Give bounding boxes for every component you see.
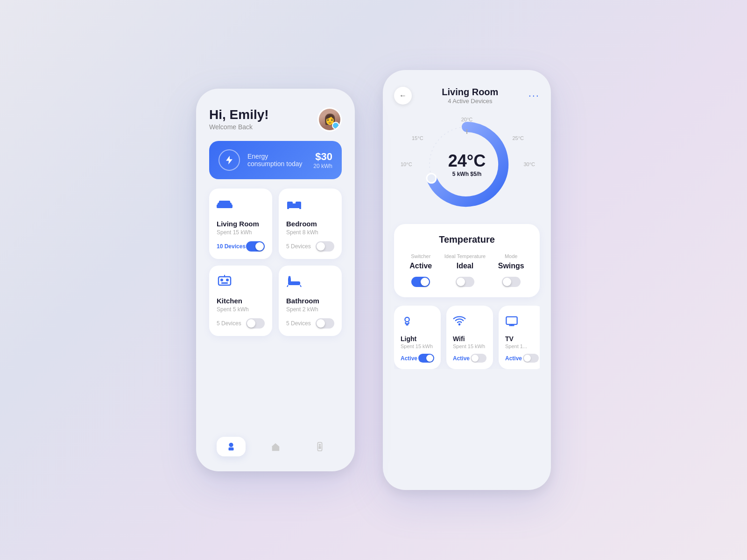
svg-rect-2 [230, 204, 233, 208]
room-grid: Living Room Spent 15 kWh 10 Devices Bedr… [209, 189, 342, 336]
svg-point-31 [459, 324, 460, 325]
avatar[interactable]: 👩 [317, 107, 342, 132]
kitchen-name: Kitchen [217, 297, 265, 305]
svg-rect-9 [218, 277, 231, 285]
tv-active-label: Active [505, 355, 522, 362]
device-card-light[interactable]: Light Spent 15 kWh Active [394, 306, 441, 369]
living-room-devices: 10 Devices [217, 243, 246, 250]
bathroom-icon [286, 275, 334, 290]
mode-label: Mode [505, 253, 518, 259]
bedroom-devices: 5 Devices [286, 243, 311, 250]
living-room-name: Living Room [217, 220, 265, 228]
light-footer: Active [401, 354, 434, 363]
back-button[interactable]: ← [394, 87, 412, 105]
temp-label-10: 10°C [401, 161, 412, 167]
svg-point-10 [220, 279, 223, 281]
room-card-kitchen[interactable]: Kitchen Spent 5 kWh 5 Devices [209, 266, 272, 336]
thermostat-kwh: 5 kWh [452, 171, 469, 177]
light-spent: Spent 15 kWh [401, 343, 434, 349]
room-subtitle: 4 Active Devices [442, 98, 498, 105]
switcher-value: Active [409, 262, 432, 270]
svg-rect-1 [217, 204, 219, 208]
temp-label-25: 25°C [512, 135, 524, 141]
thermostat-rate: $5/h [470, 171, 481, 177]
energy-banner[interactable]: Energy consumption today $30 20 kWh [209, 141, 342, 179]
lightning-icon [224, 155, 234, 165]
kitchen-toggle[interactable] [246, 318, 265, 329]
thermostat-temp: 24°C [448, 151, 486, 171]
energy-label: Energy consumption today [247, 153, 306, 168]
nav-home[interactable] [261, 437, 290, 456]
temp-section-title: Temperature [403, 234, 530, 245]
light-icon [401, 314, 434, 330]
energy-price: $30 [313, 151, 332, 163]
bedroom-toggle[interactable] [316, 241, 334, 252]
mode-toggle[interactable] [502, 277, 521, 287]
svg-point-16 [289, 276, 291, 279]
wifi-toggle[interactable] [471, 354, 486, 363]
bedroom-name: Bedroom [286, 220, 334, 228]
greeting-name: Hi, Emily! [209, 107, 269, 122]
nav-remote[interactable] [305, 437, 334, 456]
thermostat-ring[interactable]: 24°C 5 kWh $5/h [425, 122, 509, 206]
svg-rect-32 [506, 317, 517, 324]
temp-controls: Switcher Active Ideal Temperature Ideal … [403, 253, 530, 287]
right-phone-header: ← Living Room 4 Active Devices ··· [394, 87, 540, 105]
living-room-footer: 10 Devices [217, 241, 265, 252]
thermostat-center: 24°C 5 kWh $5/h [448, 151, 486, 177]
svg-point-11 [226, 279, 229, 281]
device-card-tv[interactable]: TV Spent 1... Active [499, 306, 540, 369]
energy-amount: $30 20 kWh [313, 151, 332, 169]
living-room-icon [217, 198, 265, 213]
switcher-label: Switcher [411, 253, 430, 259]
svg-rect-24 [319, 448, 321, 448]
wifi-footer: Active [453, 354, 486, 363]
living-room-spent: Spent 15 kWh [217, 229, 265, 236]
svg-point-28 [405, 317, 409, 322]
svg-point-22 [319, 444, 320, 446]
bathroom-spent: Spent 2 kWh [286, 306, 334, 313]
bedroom-spent: Spent 8 kWh [286, 229, 334, 236]
switcher-toggle[interactable] [411, 277, 430, 287]
energy-text: Energy consumption today [247, 153, 306, 168]
left-phone: Hi, Emily! Welcome Back 👩 Energy consump… [196, 89, 355, 471]
right-phone: ← Living Room 4 Active Devices ··· 10°C … [383, 70, 551, 490]
ideal-temp-label: Ideal Temperature [444, 253, 486, 259]
wifi-icon [453, 314, 486, 330]
light-active-label: Active [401, 355, 417, 362]
room-title: Living Room [442, 87, 498, 98]
svg-rect-12 [221, 282, 228, 284]
tv-toggle[interactable] [523, 354, 539, 363]
light-toggle[interactable] [418, 354, 434, 363]
nav-devices[interactable] [217, 437, 246, 456]
home-icon [270, 441, 281, 452]
bottom-nav [209, 432, 342, 456]
more-button[interactable]: ··· [529, 90, 540, 102]
room-title-block: Living Room 4 Active Devices [442, 87, 498, 105]
thermostat-container: 10°C 15°C 20°C 25°C 30°C 24°C [394, 113, 540, 216]
kitchen-icon [217, 275, 265, 290]
thermostat-info: 5 kWh $5/h [448, 171, 486, 177]
svg-rect-6 [296, 202, 301, 205]
tv-footer: Active [505, 354, 539, 363]
ideal-temp-control: Ideal Temperature Ideal [444, 253, 486, 287]
room-card-living[interactable]: Living Room Spent 15 kWh 10 Devices [209, 189, 272, 259]
device-row: Light Spent 15 kWh Active Wifi Spent 15 … [394, 306, 540, 369]
svg-line-17 [287, 285, 288, 287]
living-room-toggle[interactable] [246, 241, 265, 252]
kitchen-spent: Spent 5 kWh [217, 306, 265, 313]
bathroom-toggle[interactable] [316, 318, 334, 329]
wifi-active-label: Active [453, 355, 470, 362]
switcher-control: Switcher Active [409, 253, 432, 287]
device-card-wifi[interactable]: Wifi Spent 15 kWh Active [446, 306, 493, 369]
ideal-temp-toggle[interactable] [456, 277, 474, 287]
bedroom-icon [286, 198, 334, 213]
room-card-bedroom[interactable]: Bedroom Spent 8 kWh 5 Devices [279, 189, 342, 259]
left-phone-header: Hi, Emily! Welcome Back 👩 [209, 107, 342, 132]
kitchen-footer: 5 Devices [217, 318, 265, 329]
room-card-bathroom[interactable]: Bathroom Spent 2 kWh 5 Devices [279, 266, 342, 336]
energy-kwh: 20 kWh [313, 163, 332, 169]
bedroom-footer: 5 Devices [286, 241, 334, 252]
svg-rect-3 [219, 201, 230, 204]
svg-rect-5 [287, 202, 293, 205]
